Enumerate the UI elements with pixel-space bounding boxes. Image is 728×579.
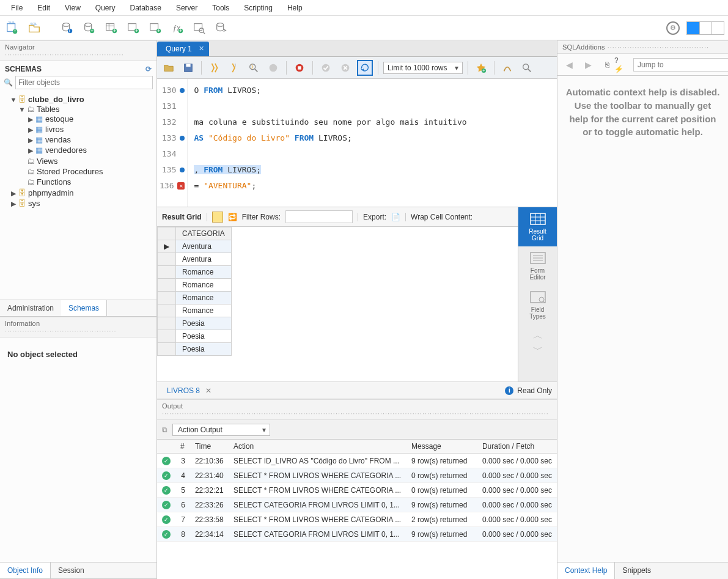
- output-row[interactable]: ✓522:32:21SELECT * FROM LIVROS WHERE CAT…: [157, 483, 557, 498]
- cell[interactable]: Poesia: [176, 317, 232, 330]
- row-selector[interactable]: [158, 253, 176, 266]
- new-sql-tab-icon[interactable]: SQL+: [4, 20, 21, 37]
- tab-schemas[interactable]: Schemas: [61, 300, 107, 316]
- layout-left-icon[interactable]: [687, 22, 699, 34]
- close-result-tab-icon[interactable]: ✕: [205, 386, 211, 395]
- output-window-icon[interactable]: ⧉: [162, 426, 167, 434]
- menu-edit[interactable]: Edit: [30, 1, 57, 15]
- save-icon[interactable]: [180, 60, 196, 76]
- menu-tools[interactable]: Tools: [205, 1, 237, 15]
- menu-query[interactable]: Query: [88, 1, 123, 15]
- menu-help[interactable]: Help: [280, 1, 310, 15]
- execute-current-icon[interactable]: I: [226, 60, 242, 76]
- row-selector[interactable]: [158, 266, 176, 279]
- cell[interactable]: Romance: [176, 292, 232, 304]
- limit-rows-select[interactable]: Limit to 1000 rows: [383, 62, 463, 74]
- db-clube-do-livro[interactable]: clube_do_livro: [28, 95, 84, 104]
- expand-icon[interactable]: [18, 179, 26, 186]
- find-icon[interactable]: [519, 60, 535, 76]
- cell[interactable]: Poesia: [176, 330, 232, 343]
- open-sql-file-icon[interactable]: SQL: [26, 20, 43, 37]
- output-row[interactable]: ✓722:33:58SELECT * FROM LIVROS WHERE CAT…: [157, 512, 557, 527]
- grid-view-icon[interactable]: [212, 212, 223, 223]
- expand-icon[interactable]: ▶: [27, 126, 34, 134]
- tab-object-info[interactable]: Object Info: [0, 562, 51, 578]
- tab-administration[interactable]: Administration: [0, 300, 61, 316]
- expand-icon[interactable]: ▼: [18, 106, 26, 113]
- output-row[interactable]: ✓822:34:14SELECT CATEGORIA FROM LIVROS L…: [157, 527, 557, 542]
- expand-icon[interactable]: [18, 158, 26, 165]
- menu-file[interactable]: File: [4, 1, 30, 15]
- result-grid[interactable]: CATEGORIA ▶AventuraAventuraRomanceRomanc…: [157, 227, 518, 382]
- favorite-icon[interactable]: +: [473, 60, 489, 76]
- menu-scripting[interactable]: Scripting: [237, 1, 280, 15]
- filter-objects-input[interactable]: [15, 76, 153, 89]
- row-selector[interactable]: [158, 317, 176, 330]
- nav-fwd-icon[interactable]: ▶: [581, 60, 595, 70]
- autocommit-toggle-icon[interactable]: [357, 60, 373, 76]
- expand-icon[interactable]: ▶: [27, 116, 34, 124]
- output-row[interactable]: ✓622:33:26SELECT CATEGORIA FROM LIVROS L…: [157, 498, 557, 512]
- layout-bottom-icon[interactable]: [699, 22, 711, 34]
- db-phpmyadmin[interactable]: phpmyadmin: [28, 188, 73, 197]
- table-livros[interactable]: livros: [45, 125, 64, 134]
- jump-icon[interactable]: ⎘: [605, 61, 609, 69]
- layout-right-icon[interactable]: [711, 22, 724, 34]
- reconnect-icon[interactable]: [213, 20, 230, 37]
- menu-server[interactable]: Server: [169, 1, 205, 15]
- settings-gear-icon[interactable]: ⚙: [664, 20, 682, 37]
- expand-icon[interactable]: ▶: [27, 136, 34, 144]
- view-add-icon[interactable]: +: [125, 20, 142, 37]
- fn-folder[interactable]: Functions: [37, 177, 71, 186]
- tables-folder[interactable]: Tables: [37, 105, 60, 114]
- search-table-icon[interactable]: [191, 20, 208, 37]
- row-selector[interactable]: [158, 279, 176, 292]
- row-selector[interactable]: [158, 292, 176, 304]
- db-inspector-icon[interactable]: i: [59, 20, 76, 37]
- output-row[interactable]: ✓322:10:36SELECT ID_LIVRO AS "Código do …: [157, 454, 557, 468]
- views-folder[interactable]: Views: [37, 157, 57, 166]
- row-selector[interactable]: ▶: [158, 240, 176, 253]
- table-vendas[interactable]: vendas: [45, 135, 71, 144]
- beautify-icon[interactable]: [499, 60, 515, 76]
- expand-icon[interactable]: ▼: [10, 96, 17, 103]
- table-add-icon[interactable]: +: [103, 20, 120, 37]
- output-row[interactable]: ✓422:31:40SELECT * FROM LIVROS WHERE CAT…: [157, 468, 557, 483]
- result-tab-livros8[interactable]: LIVROS 8 ✕: [162, 384, 216, 397]
- query-tab-1[interactable]: Query 1 ✕: [157, 42, 209, 56]
- cell[interactable]: Poesia: [176, 343, 232, 356]
- vtab-result-grid[interactable]: Result Grid: [518, 207, 557, 246]
- expand-icon[interactable]: ▶: [10, 200, 17, 208]
- db-sys[interactable]: sys: [28, 199, 40, 208]
- jump-to-input[interactable]: [633, 58, 728, 72]
- column-header[interactable]: CATEGORIA: [176, 227, 232, 240]
- vtab-scroll-down[interactable]: ﹀: [518, 339, 557, 361]
- execute-icon[interactable]: [207, 60, 222, 76]
- refresh-schemas-icon[interactable]: ⟳: [145, 65, 152, 73]
- row-selector[interactable]: [158, 343, 176, 356]
- expand-icon[interactable]: ▶: [10, 190, 17, 197]
- table-vendedores[interactable]: vendedores: [45, 146, 87, 155]
- close-tab-icon[interactable]: ✕: [199, 45, 204, 53]
- row-selector[interactable]: [158, 304, 176, 317]
- expand-icon[interactable]: ▶: [27, 147, 34, 155]
- stop-on-error-icon[interactable]: [292, 60, 307, 76]
- export-icon[interactable]: 📄: [391, 213, 400, 221]
- cell[interactable]: Aventura: [176, 240, 232, 253]
- refresh-grid-icon[interactable]: 🔁: [228, 213, 237, 221]
- explain-icon[interactable]: [246, 60, 262, 76]
- output-type-select[interactable]: Action Output: [172, 424, 270, 436]
- vtab-field-types[interactable]: Field Types: [518, 286, 557, 325]
- sp-add-icon[interactable]: +: [147, 20, 164, 37]
- menu-view[interactable]: View: [57, 1, 88, 15]
- layout-toggles[interactable]: [686, 21, 724, 35]
- sql-editor[interactable]: 130131132133134135136✕ O FROM LIVROS;ma …: [157, 79, 557, 207]
- cell[interactable]: Romance: [176, 304, 232, 317]
- cell[interactable]: Aventura: [176, 253, 232, 266]
- help-toggle-icon[interactable]: ?⚡: [614, 56, 623, 73]
- sp-folder[interactable]: Stored Procedures: [37, 167, 103, 176]
- nav-back-icon[interactable]: ◀: [562, 60, 576, 70]
- tab-session[interactable]: Session: [51, 562, 92, 578]
- row-selector[interactable]: [158, 330, 176, 343]
- expand-icon[interactable]: [18, 168, 26, 175]
